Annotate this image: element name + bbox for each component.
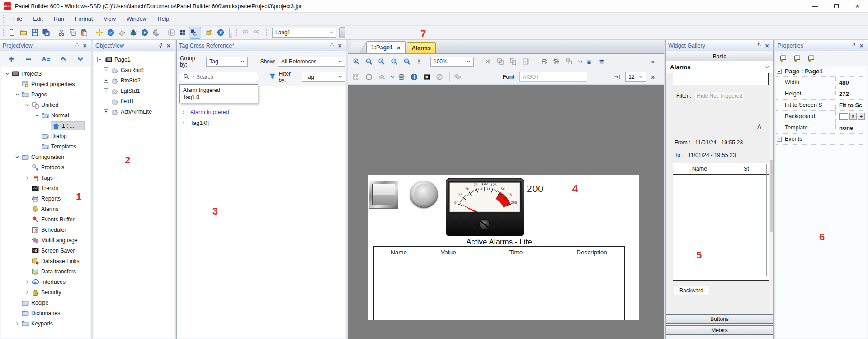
zoom-fit-button[interactable]	[402, 56, 414, 67]
copy-button[interactable]	[68, 27, 80, 38]
paste-button[interactable]	[80, 27, 91, 38]
zoom-level-select[interactable]: 100%	[430, 57, 474, 67]
widget-light-lgtstd1[interactable]	[410, 181, 438, 208]
suggestion-item[interactable]: Tag1.0	[183, 94, 255, 101]
background-add-button[interactable]: +	[858, 113, 865, 120]
gallery-section-meters[interactable]: Meters	[666, 325, 773, 335]
menu-file[interactable]: File	[8, 13, 28, 25]
menu-run[interactable]: Run	[48, 13, 70, 25]
project-tree-item-configuration[interactable]: Configuration	[1, 152, 90, 162]
xref-item-alarm-triggered[interactable]: Alarm triggered	[177, 107, 345, 118]
gallery-widget-select[interactable]: Alarms	[666, 61, 773, 73]
project-tree-item-templates[interactable]: Templates	[1, 141, 90, 152]
property-value[interactable]: 272	[839, 91, 849, 97]
page-design-surface[interactable]: 0255075100125150175200 200 Active Alarms…	[368, 175, 639, 320]
property-row-height[interactable]: Height272	[776, 88, 867, 100]
zoom-100-button[interactable]	[377, 56, 388, 67]
expand-chevron-right-icon[interactable]	[24, 290, 30, 295]
project-tree-item-pages[interactable]: Pages	[1, 89, 90, 100]
expand-box[interactable]: +	[104, 67, 108, 72]
expand-chevron-down-icon[interactable]	[5, 71, 10, 76]
gallery-scrollbar[interactable]	[769, 73, 773, 314]
clear-format-button[interactable]	[435, 71, 446, 82]
insert-mark-button[interactable]	[613, 71, 624, 82]
move-down-button[interactable]	[75, 54, 85, 64]
rotate-left-button[interactable]	[539, 56, 551, 67]
close-icon[interactable]: ×	[763, 42, 771, 49]
zoom-selection-button[interactable]	[390, 56, 401, 67]
expand-chevron-down-icon[interactable]	[24, 102, 30, 108]
find-objects-button[interactable]	[241, 27, 252, 38]
remove-screen-button[interactable]	[806, 53, 817, 63]
project-tree-item-data-transfers[interactable]: Data transfers	[1, 266, 90, 277]
tab-alarms[interactable]: Alarms	[407, 42, 436, 53]
expand-box[interactable]: +	[104, 109, 108, 114]
save-all-button[interactable]	[42, 27, 53, 38]
pin-icon[interactable]	[73, 42, 81, 49]
pan-button[interactable]	[415, 56, 426, 67]
project-tree-item-screen-saver[interactable]: Screen Saver	[1, 245, 90, 256]
send-backward-button[interactable]	[585, 56, 596, 67]
background-color-swatch[interactable]	[839, 113, 848, 120]
close-icon[interactable]: ×	[81, 42, 89, 49]
group-button[interactable]	[496, 56, 507, 67]
project-tree-item-keypads[interactable]: Keypads	[1, 318, 90, 329]
project-tree-item-database-links[interactable]: Database Links	[1, 256, 90, 266]
tab-close-icon[interactable]: ×	[397, 44, 401, 51]
expand-chevron-down-icon[interactable]	[34, 113, 40, 118]
property-row-template[interactable]: Templatenone	[776, 122, 867, 134]
close-icon[interactable]: ×	[858, 42, 865, 49]
screen-properties-button[interactable]	[778, 53, 789, 63]
font-size-select[interactable]: 12	[625, 72, 646, 82]
xref-item-tag1-0[interactable]: Tag1[0]	[177, 118, 345, 129]
shape-frame-button[interactable]	[364, 71, 376, 82]
project-tree-item-project-properties[interactable]: Project properties	[1, 79, 90, 89]
zoom-out-button[interactable]	[364, 56, 376, 67]
widget-gauge-gaurnd1[interactable]: 0255075100125150175200	[446, 178, 524, 236]
project-tree-item-security[interactable]: Security	[1, 287, 90, 297]
project-tree-item-events-buffer[interactable]: Events Buffer	[1, 214, 90, 224]
toolbar-overflow-icon[interactable]: »	[651, 73, 655, 81]
project-tree-item-1[interactable]: 1 : ...	[1, 120, 90, 131]
backward-button[interactable]: Backward	[674, 286, 709, 295]
object-tree-item-actvalrmlite[interactable]: +ActvAlrmLite	[94, 106, 174, 117]
close-icon[interactable]: ×	[336, 42, 344, 49]
open-button[interactable]	[19, 27, 30, 38]
object-tree-item-page1[interactable]: −Page1	[94, 54, 174, 65]
expand-chevron-right-icon[interactable]	[24, 175, 30, 181]
grid-button[interactable]	[167, 27, 178, 38]
object-tree-item-gaurnd1[interactable]: +GauRnd1	[94, 65, 174, 75]
pin-icon[interactable]	[328, 42, 336, 49]
export-button[interactable]	[205, 27, 216, 38]
expand-box[interactable]: +	[104, 78, 108, 83]
bring-forward-button[interactable]	[597, 56, 609, 67]
erase-button[interactable]	[118, 27, 129, 38]
ungroup-button[interactable]	[509, 56, 520, 67]
move-up-button[interactable]	[58, 54, 68, 64]
arrange-button[interactable]	[565, 56, 576, 67]
add-button[interactable]: +	[6, 54, 16, 64]
pin-icon[interactable]	[157, 42, 165, 49]
group-by-select[interactable]: Tag	[206, 57, 247, 67]
az-list-button[interactable]: A	[41, 54, 51, 64]
debug-button[interactable]	[129, 27, 140, 38]
expand-chevron-right-icon[interactable]	[24, 279, 30, 285]
object-tree-item-lgtstd1[interactable]: +LgtStd1	[94, 86, 174, 96]
maximize-button[interactable]	[826, 0, 847, 12]
validate-button[interactable]	[106, 27, 118, 38]
preview-scrollbar[interactable]	[766, 164, 767, 276]
menu-help[interactable]: Help	[152, 13, 175, 25]
project-tree-item-dictionaries[interactable]: Dictionaries	[1, 308, 90, 318]
fill-dropdown-icon[interactable]	[391, 74, 395, 80]
object-tree-item-btnstd2[interactable]: +BtnStd2	[94, 75, 174, 86]
delete-selection-button[interactable]	[483, 56, 495, 67]
expand-chevron-down-icon[interactable]	[14, 92, 20, 97]
expand-box[interactable]: +	[777, 137, 782, 142]
collapse-box[interactable]: −	[777, 69, 782, 74]
rotate-right-button[interactable]	[552, 56, 563, 67]
night-button[interactable]	[151, 27, 163, 38]
cut-button[interactable]	[57, 27, 68, 38]
filter-by-select[interactable]: Tag	[302, 72, 345, 82]
menu-window[interactable]: Window	[121, 13, 152, 25]
widget-field1-value[interactable]: 200	[527, 183, 544, 194]
